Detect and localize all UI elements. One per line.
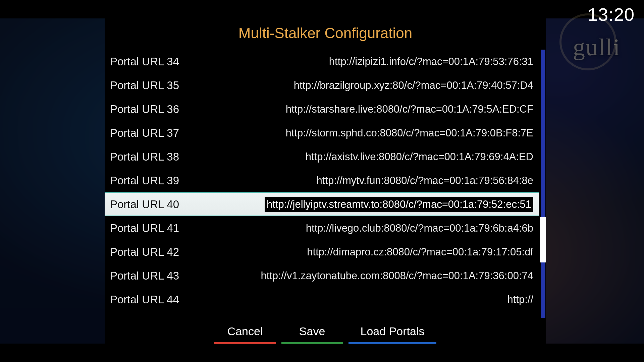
portal-row-value[interactable]: http://livego.club:8080/c/?mac=00:1a:79:…	[306, 222, 533, 234]
portal-row-label: Portal URL 43	[110, 269, 179, 282]
portal-row-label: Portal URL 37	[110, 127, 179, 139]
portal-row-label: Portal URL 40	[110, 198, 179, 211]
portal-row-label: Portal URL 41	[110, 222, 179, 235]
portal-row[interactable]: Portal URL 44http://	[105, 288, 539, 311]
portal-row-label: Portal URL 36	[110, 103, 179, 116]
portal-row-label: Portal URL 34	[110, 55, 179, 68]
scrollbar[interactable]	[540, 50, 546, 318]
portal-row-label: Portal URL 42	[110, 246, 179, 258]
letterbox-top	[0, 0, 644, 18]
portal-row[interactable]: Portal URL 35http://brazilgroup.xyz:80/c…	[105, 73, 539, 97]
portal-row-label: Portal URL 44	[110, 293, 179, 306]
portal-list[interactable]: Portal URL 34http://izipizi1.info/c/?mac…	[105, 50, 539, 318]
portal-row-value[interactable]: http://	[507, 294, 533, 306]
portal-row-value[interactable]: http://dimapro.cz:8080/c/?mac=00:1a:79:1…	[307, 246, 533, 258]
portal-row[interactable]: Portal URL 39http://mytv.fun:8080/c/?mac…	[105, 169, 539, 192]
portal-row[interactable]: Portal URL 34http://izipizi1.info/c/?mac…	[105, 50, 539, 73]
config-modal: Multi-Stalker Configuration Portal URL 3…	[105, 16, 546, 347]
portal-row[interactable]: Portal URL 41http://livego.club:8080/c/?…	[105, 216, 539, 240]
portal-row-value[interactable]: http://v1.zaytonatube.com:8008/c/?mac=00…	[261, 270, 533, 282]
modal-title: Multi-Stalker Configuration	[105, 16, 546, 50]
portal-row[interactable]: Portal URL 40http://jellyiptv.streamtv.t…	[105, 192, 539, 216]
portal-row-value[interactable]: http://storm.sphd.co:8080/c/?mac=00:1A:7…	[286, 127, 533, 139]
portal-row[interactable]: Portal URL 42http://dimapro.cz:8080/c/?m…	[105, 240, 539, 264]
portal-row[interactable]: Portal URL 38http://axistv.live:8080/c/?…	[105, 145, 539, 169]
button-bar: Cancel Save Load Portals	[105, 318, 546, 347]
portal-row-value[interactable]: http://axistv.live:8080/c/?mac=00:1A:79:…	[306, 151, 533, 163]
portal-row-value[interactable]: http://mytv.fun:8080/c/?mac=00:1a:79:56:…	[316, 175, 533, 187]
save-button[interactable]: Save	[279, 321, 346, 345]
portal-row[interactable]: Portal URL 43http://v1.zaytonatube.com:8…	[105, 264, 539, 288]
portal-row-value[interactable]: http://brazilgroup.xyz:80/c/?mac=00:1A:7…	[294, 79, 533, 92]
channel-logo: gulli	[573, 34, 621, 61]
portal-row-value[interactable]: http://izipizi1.info/c/?mac=00:1A:79:53:…	[329, 56, 533, 68]
portal-row-value[interactable]: http://starshare.live:8080/c/?mac=00:1A:…	[286, 103, 533, 115]
scrollbar-thumb[interactable]	[540, 217, 546, 262]
portal-row[interactable]: Portal URL 36http://starshare.live:8080/…	[105, 97, 539, 121]
portal-row-label: Portal URL 38	[110, 150, 179, 163]
portal-row-label: Portal URL 35	[110, 79, 179, 92]
load-portals-button[interactable]: Load Portals	[346, 321, 439, 345]
cancel-button[interactable]: Cancel	[212, 321, 279, 345]
portal-row-value[interactable]: http://jellyiptv.streamtv.to:8080/c/?mac…	[265, 197, 533, 212]
channel-logo-ring-icon	[559, 13, 616, 70]
scrollbar-track-top	[541, 50, 545, 217]
portal-list-wrap: Portal URL 34http://izipizi1.info/c/?mac…	[105, 50, 546, 318]
portal-row-label: Portal URL 39	[110, 174, 179, 187]
portal-row[interactable]: Portal URL 37http://storm.sphd.co:8080/c…	[105, 121, 539, 145]
scrollbar-track-bottom	[541, 262, 545, 318]
